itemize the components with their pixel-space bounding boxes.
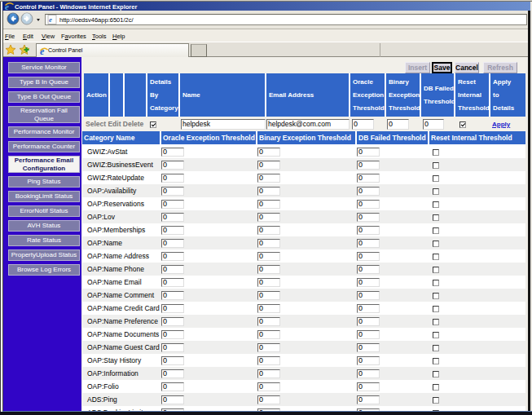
svg-text:e: e [49, 15, 52, 24]
